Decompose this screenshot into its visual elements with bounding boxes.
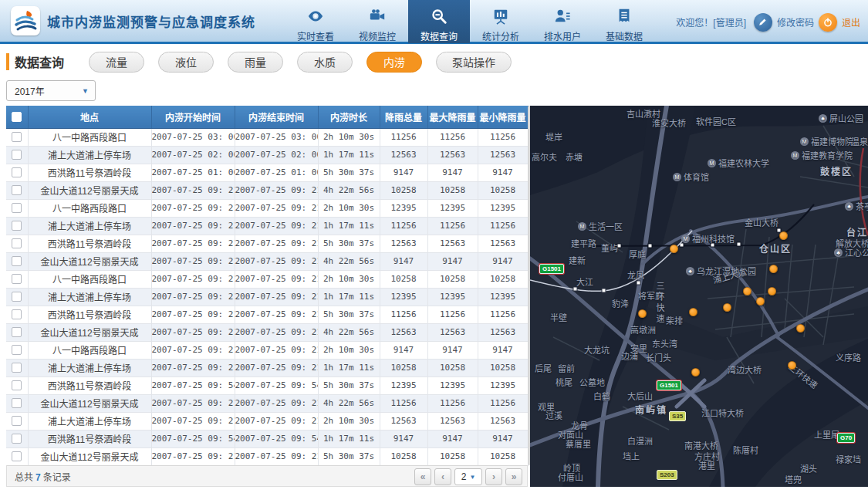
nav-item-2[interactable]: 视频监控 (346, 0, 408, 43)
first-page-button[interactable]: « (414, 468, 431, 485)
row-checkbox[interactable] (12, 327, 22, 337)
table-row[interactable]: 金山大道112号丽景天成2007-07-25 09: 212007-07-25 … (6, 394, 528, 412)
select-all-checkbox[interactable] (12, 112, 22, 122)
row-checkbox[interactable] (12, 256, 22, 266)
table-row[interactable]: 浦上大道浦上停车场2007-07-25 02: 002007-07-25 02:… (6, 146, 528, 164)
row-checkbox[interactable] (12, 434, 22, 444)
table-row[interactable]: 西洪路11号祭酒岭段2007-07-25 01: 002007-07-25 01… (6, 164, 528, 181)
table-row[interactable]: 金山大道112号丽景天成2007-07-25 09: 212007-07-25 … (6, 447, 528, 465)
tab-1[interactable]: 流量 (89, 52, 144, 73)
table-row[interactable]: 八一中路西段路口2007-07-25 09: 212007-07-25 09: … (6, 199, 528, 217)
next-page-button[interactable]: › (485, 468, 502, 485)
row-checkbox[interactable] (12, 309, 22, 319)
table-row[interactable]: 八一中路西段路口2007-07-25 09: 212007-07-25 09: … (6, 270, 528, 288)
waterlogging-marker[interactable] (691, 368, 700, 377)
map-label-text: 福建教育学院 (802, 149, 853, 161)
row-checkbox[interactable] (12, 203, 22, 213)
waterlogging-marker[interactable] (779, 231, 788, 240)
table-row[interactable]: 西洪路11号祭酒岭段2007-07-25 09: 542007-07-25 09… (6, 430, 528, 447)
cell-end-time: 2007-07-25 01: 00 (235, 164, 318, 181)
waterlogging-marker[interactable] (796, 324, 805, 333)
row-checkbox[interactable] (12, 363, 22, 373)
cell-location: 西洪路11号祭酒岭段 (28, 306, 151, 323)
map-label: M福建农林大学 (708, 157, 769, 169)
tab-3[interactable]: 雨量 (228, 52, 283, 73)
table-row[interactable]: 浦上大道浦上停车场2007-07-25 09: 212007-07-25 09:… (6, 288, 528, 306)
nav-item-4[interactable]: 统计分析 (470, 0, 532, 43)
cell-max-rainfall: 10258 (427, 447, 478, 465)
cell-total-rainfall: 10258 (380, 447, 427, 465)
cell-end-time: 2007-07-25 09: 21 (235, 252, 318, 270)
park-icon: ♣ (819, 114, 827, 123)
map-label: 蔡厝里 (566, 437, 591, 450)
map-label-text: 白鹤 (593, 390, 610, 402)
logout-link[interactable]: 退出 (842, 15, 860, 29)
tab-2[interactable]: 液位 (158, 52, 214, 73)
table-row[interactable]: 金山大道112号丽景天成2007-07-25 09: 212007-07-25 … (6, 181, 528, 199)
row-checkbox[interactable] (12, 167, 22, 177)
row-checkbox[interactable] (12, 132, 22, 142)
map-label-text: 三环快速 (654, 282, 666, 325)
waterlogging-marker[interactable] (769, 265, 778, 273)
table-row[interactable]: 西洪路11号祭酒岭段2007-07-25 09: 212007-07-25 09… (6, 306, 528, 323)
metro-icon: M (673, 173, 681, 181)
change-password-link[interactable]: 修改密码 (777, 15, 814, 29)
table-row[interactable]: 浦上大道浦上停车场2007-07-25 09: 212007-07-25 09:… (6, 217, 528, 235)
waterlogging-marker[interactable] (723, 303, 731, 312)
power-icon[interactable] (819, 13, 837, 32)
waterlogging-marker[interactable] (638, 309, 647, 318)
nav-item-1[interactable]: 实时查看 (285, 0, 346, 43)
table-row[interactable]: 浦上大道浦上停车场2007-07-25 09: 212007-07-25 09:… (6, 412, 528, 430)
table-row[interactable]: 八一中路西段路口2007-07-25 09: 212007-07-25 09: … (6, 341, 528, 359)
table-row[interactable]: 金山大道112号丽景天成2007-07-25 09: 212007-07-25 … (6, 252, 528, 270)
map-label-text: 塔兜 (785, 473, 802, 485)
tab-4[interactable]: 水质 (297, 52, 353, 73)
row-checkbox[interactable] (12, 398, 22, 408)
tab-5[interactable]: 内涝 (366, 52, 422, 73)
waterlogging-marker[interactable] (689, 308, 697, 316)
row-checkbox[interactable] (12, 451, 22, 461)
cell-max-rainfall: 11256 (427, 306, 478, 323)
row-checkbox[interactable] (12, 380, 22, 390)
nav-item-5[interactable]: 排水用户 (532, 0, 593, 43)
cell-max-rainfall: 12563 (427, 323, 478, 341)
row-checkbox[interactable] (12, 150, 22, 160)
waterlogging-marker[interactable] (756, 297, 765, 306)
table-row[interactable]: 西洪路11号祭酒岭段2007-07-25 09: 212007-07-25 09… (6, 235, 528, 252)
map-panel[interactable]: 吉山漖村淮安大桥软件园C区♣屏山公园堤岸M福建博物院温泉高尔夫赤塘M福建教育学院… (530, 106, 868, 487)
table-row[interactable]: 西洪路11号祭酒岭段2007-07-25 09: 542007-07-25 09… (6, 377, 528, 394)
edit-pencil-icon[interactable] (754, 13, 772, 32)
row-checkbox[interactable] (12, 185, 22, 195)
waterlogging-marker[interactable] (788, 361, 796, 370)
park-icon: ♣ (686, 267, 694, 275)
waterlogging-marker[interactable] (670, 245, 678, 253)
cell-duration: 5h 30m 37s (318, 235, 380, 252)
cell-location: 浦上大道浦上停车场 (28, 359, 151, 377)
map-label-text: 赤塘 (566, 150, 583, 163)
row-checkbox[interactable] (12, 292, 22, 302)
cell-duration: 1h 17m 11s (318, 217, 380, 235)
chevron-down-icon: ▼ (82, 87, 89, 95)
tab-6[interactable]: 泵站操作 (436, 52, 512, 73)
nav-item-3[interactable]: 数据查询 (408, 0, 470, 43)
row-checkbox[interactable] (12, 274, 22, 284)
table-row[interactable]: 金山大道112号丽景天成2007-07-25 09: 212007-07-25 … (6, 323, 528, 341)
nav-item-6[interactable]: 基础数据 (593, 0, 655, 43)
waterlogging-marker[interactable] (768, 287, 776, 295)
year-select[interactable]: 2017年 ▼ (6, 80, 96, 101)
row-checkbox[interactable] (12, 221, 22, 231)
map-label-text: 董屿 (601, 241, 618, 254)
title-accent-bar (6, 53, 9, 70)
prev-page-button[interactable]: ‹ (434, 468, 451, 485)
row-checkbox[interactable] (12, 238, 22, 248)
cell-checkbox (6, 235, 28, 252)
row-checkbox[interactable] (12, 416, 22, 426)
cell-duration: 5h 30m 37s (318, 306, 380, 323)
table-row[interactable]: 浦上大道浦上停车场2007-07-25 09: 212007-07-25 09:… (6, 359, 528, 377)
page-select[interactable]: 2 ▼ (454, 468, 482, 485)
last-page-button[interactable]: » (505, 468, 522, 485)
row-checkbox[interactable] (12, 345, 22, 355)
table-row[interactable]: 八一中路西段路口2007-07-25 03: 002007-07-25 03: … (6, 128, 528, 146)
waterlogging-marker[interactable] (743, 287, 751, 295)
cell-checkbox (6, 377, 28, 394)
